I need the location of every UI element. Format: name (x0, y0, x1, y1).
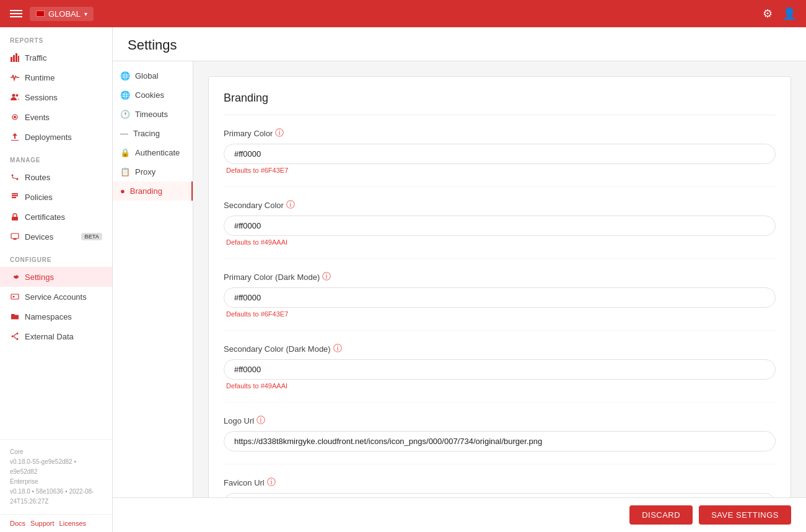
main-content: Settings 🌐 Global 🌐 Cookies 🕐 Timeouts (113, 27, 806, 532)
sidebar-item-sessions[interactable]: Sessions (0, 87, 112, 107)
radio-icon (10, 112, 20, 122)
svg-rect-10 (11, 233, 19, 238)
branding-icon: ● (120, 186, 125, 196)
logo-url-input[interactable] (224, 431, 776, 451)
devices-beta-badge: BETA (81, 233, 102, 240)
device-icon (10, 232, 20, 242)
external-data-label: External Data (25, 332, 74, 341)
branding-title: Branding (224, 92, 776, 115)
secondary-color-label: Secondary Color ⓘ (224, 199, 776, 211)
svg-rect-2 (15, 53, 17, 62)
branding-card: Branding Primary Color ⓘ Defaults to #6F… (208, 76, 791, 497)
sidebar-item-certificates[interactable]: Certificates (0, 207, 112, 227)
settings-nav-cookies[interactable]: 🌐 Cookies (113, 85, 193, 105)
sidebar-item-routes[interactable]: Routes (0, 167, 112, 187)
sidebar-item-devices[interactable]: Devices BETA (0, 227, 112, 246)
upload-icon (10, 132, 20, 142)
share-icon (10, 331, 20, 341)
favicon-url-field: Favicon Url ⓘ (224, 477, 776, 497)
secondary-color-input[interactable] (224, 216, 776, 236)
hamburger-icon[interactable] (10, 10, 22, 17)
chevron-down-icon: ▾ (84, 11, 87, 17)
sidebar-item-policies[interactable]: Policies (0, 187, 112, 207)
proxy-icon: 📋 (120, 167, 130, 177)
traffic-label: Traffic (25, 53, 46, 63)
settings-nav-branding[interactable]: ● Branding (113, 181, 193, 201)
clock-icon: 🕐 (120, 110, 130, 119)
globe-icon: 🌐 (120, 71, 130, 81)
logo-url-label: Logo Url ⓘ (224, 415, 776, 426)
primary-color-input[interactable] (224, 144, 776, 164)
proxy-nav-label: Proxy (135, 167, 156, 177)
sidebar-footer: Core v0.18.0-55-ge9e52d82 • e9e52d82 Ent… (0, 439, 112, 514)
runtime-label: Runtime (25, 73, 55, 82)
sidebar-footer-links: Docs Support Licenses (0, 514, 112, 532)
primary-color-label: Primary Color ⓘ (224, 128, 776, 139)
svg-point-14 (17, 338, 19, 340)
save-settings-button[interactable]: SAVE SETTINGS (699, 505, 791, 525)
primary-color-dark-field: Primary Color (Dark Mode) ⓘ Defaults to … (224, 271, 776, 331)
namespaces-label: Namespaces (25, 312, 72, 321)
sidebar-item-external-data[interactable]: External Data (0, 326, 112, 346)
sidebar-item-runtime[interactable]: Runtime (0, 68, 112, 87)
secondary-color-dark-field: Secondary Color (Dark Mode) ⓘ Defaults t… (224, 343, 776, 403)
tracing-nav-label: Tracing (133, 129, 160, 138)
primary-color-field: Primary Color ⓘ Defaults to #6F43E7 (224, 128, 776, 187)
reports-section-label: REPORTS (0, 27, 112, 48)
svg-rect-3 (18, 56, 19, 62)
secondary-color-hint: Defaults to #49AAAI (224, 238, 776, 246)
primary-color-dark-label: Primary Color (Dark Mode) ⓘ (224, 271, 776, 282)
secondary-color-dark-help-icon[interactable]: ⓘ (333, 343, 342, 354)
svg-point-6 (14, 116, 16, 118)
primary-color-help-icon[interactable]: ⓘ (275, 128, 284, 139)
svg-point-12 (13, 296, 15, 298)
discard-button[interactable]: DISCARD (629, 505, 693, 525)
topbar-gear-icon[interactable]: ⚙ (763, 7, 773, 20)
settings-body: 🌐 Global 🌐 Cookies 🕐 Timeouts — Tracing (113, 61, 806, 497)
secondary-color-help-icon[interactable]: ⓘ (286, 199, 295, 211)
topbar: GLOBAL ▾ ⚙ 👤 (0, 0, 806, 27)
support-link[interactable]: Support (30, 520, 55, 527)
primary-color-dark-input[interactable] (224, 287, 776, 308)
settings-nav-global[interactable]: 🌐 Global (113, 66, 193, 85)
service-accounts-label: Service Accounts (25, 292, 87, 302)
primary-color-dark-help-icon[interactable]: ⓘ (322, 271, 331, 282)
branding-nav-label: Branding (130, 186, 162, 196)
logo-url-help-icon[interactable]: ⓘ (256, 415, 265, 426)
global-label: GLOBAL (48, 9, 81, 19)
settings-gear-icon (10, 272, 20, 282)
topbar-user-icon[interactable]: 👤 (782, 7, 796, 20)
secondary-color-dark-input[interactable] (224, 359, 776, 380)
activity-icon (10, 72, 20, 82)
sidebar-item-namespaces[interactable]: Namespaces (0, 307, 112, 326)
settings-nav-tracing[interactable]: — Tracing (113, 124, 193, 143)
svg-point-15 (12, 336, 14, 338)
settings-nav-proxy[interactable]: 📋 Proxy (113, 162, 193, 181)
bar-chart-icon (10, 53, 20, 63)
sidebar-item-events[interactable]: Events (0, 107, 112, 127)
topbar-left: GLOBAL ▾ (10, 7, 94, 21)
settings-nav-authenticate[interactable]: 🔒 Authenticate (113, 143, 193, 162)
id-card-icon (10, 292, 20, 302)
folder-icon (10, 312, 20, 321)
certificates-label: Certificates (25, 212, 65, 222)
svg-rect-9 (12, 217, 18, 220)
licenses-link[interactable]: Licenses (59, 520, 86, 527)
timeouts-nav-label: Timeouts (135, 110, 168, 119)
sidebar-item-service-accounts[interactable]: Service Accounts (0, 287, 112, 307)
sidebar-item-deployments[interactable]: Deployments (0, 127, 112, 147)
settings-nav-timeouts[interactable]: 🕐 Timeouts (113, 105, 193, 124)
sidebar-item-settings[interactable]: Settings (0, 267, 112, 287)
cookies-nav-label: Cookies (135, 90, 164, 100)
app-body: REPORTS Traffic Runtime Sessions Events (0, 27, 806, 532)
core-version: v0.18.0-55-ge9e52d82 • e9e52d82 (10, 457, 102, 477)
sidebar-item-traffic[interactable]: Traffic (0, 48, 112, 68)
favicon-url-help-icon[interactable]: ⓘ (267, 477, 276, 488)
flag-icon (36, 11, 45, 17)
global-selector[interactable]: GLOBAL ▾ (30, 7, 94, 21)
docs-link[interactable]: Docs (10, 520, 25, 527)
favicon-url-input[interactable] (224, 493, 776, 497)
events-label: Events (25, 113, 50, 122)
topbar-right: ⚙ 👤 (763, 7, 796, 20)
secondary-color-dark-label: Secondary Color (Dark Mode) ⓘ (224, 343, 776, 354)
